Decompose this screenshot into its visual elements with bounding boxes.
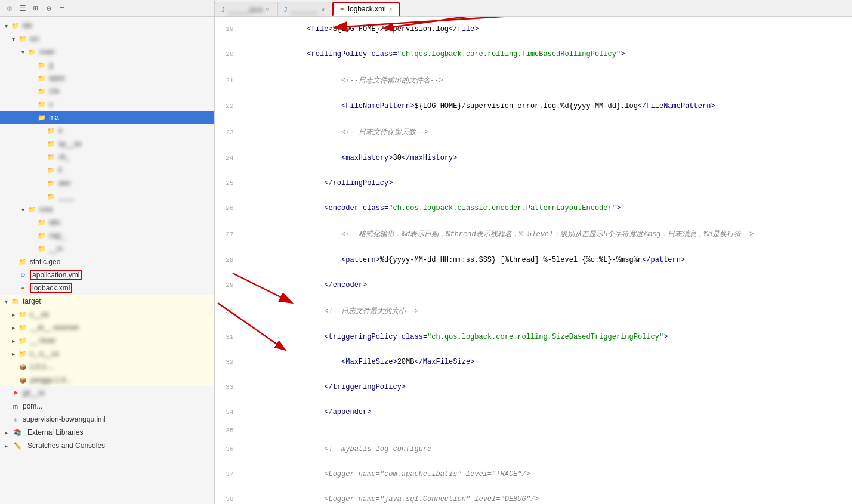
tree-item-src[interactable]: ▾ 📁 src: [0, 32, 214, 45]
tree-item-nap[interactable]: ▸ 📁 nap_: [0, 229, 214, 242]
sidebar-item-scratches[interactable]: ▸ ✏️ Scratches and Consoles: [0, 439, 214, 452]
sidebar-toolbar: ⚙ ☰ ⊞ ⚙ −: [0, 0, 214, 17]
tree-label: main: [39, 48, 55, 56]
tree-item-blurred[interactable]: ▸ 📁 ____: [0, 190, 214, 203]
tree-label: v: [49, 100, 53, 109]
tree-item-ces[interactable]: ▸ 📁 c__es: [0, 308, 214, 321]
settings-icon[interactable]: ⚙: [44, 4, 54, 13]
tab-java1[interactable]: J _____.java ×: [215, 2, 276, 16]
tree-item-ide[interactable]: ▾ 📁 ide: [0, 19, 214, 32]
folder-icon: 📁: [47, 165, 56, 175]
folder-icon: 📁: [11, 21, 20, 30]
table-row: 29 </encoder>: [215, 273, 852, 298]
tree-item-spase[interactable]: ▸ 📁 sp__se: [0, 137, 214, 150]
gear-icon[interactable]: ⚙: [5, 4, 14, 13]
folder-icon: 📁: [18, 349, 27, 358]
code-editor[interactable]: 19 <file>${LOG_HOME}/supervision.log</fi…: [215, 17, 852, 504]
folder-icon: 📁: [47, 139, 56, 149]
tab-label: logback.xml: [348, 5, 385, 13]
line-content: </encoder>: [251, 273, 852, 298]
tree-item-ckm[interactable]: ▸ 📁 ck_: [0, 150, 214, 163]
tree-item-il[interactable]: ▸ 📁 il: [0, 163, 214, 177]
expand-arrow: ▸: [10, 324, 17, 331]
tree-item-atis[interactable]: ▸ 📁 atis: [0, 216, 214, 229]
line-content: <Logger name="com.apache.ibatis" level="…: [251, 462, 852, 487]
tree-item-main[interactable]: ▾ 📁 main: [0, 45, 214, 58]
table-row: 21 <!--日志文件输出的文件名-->: [215, 67, 852, 94]
tab-close-button[interactable]: ×: [321, 6, 325, 13]
tree-item-application-yml[interactable]: ▸ ⚙ application.yml: [0, 268, 214, 282]
tree-item-e[interactable]: ▸ 📁 e: [0, 124, 214, 137]
line-content: <FileNamePattern>${LOG_HOME}/supervision…: [251, 94, 852, 119]
folder-icon: 📁: [37, 100, 47, 109]
tab-label: _____.java: [228, 5, 263, 14]
line-number: 36: [215, 437, 239, 462]
line-content: <!--mybatis log configure: [251, 437, 852, 462]
table-row: 19 <file>${LOG_HOME}/supervision.log</fi…: [215, 17, 852, 42]
line-number: 35: [215, 425, 239, 437]
tree-item-xle[interactable]: ▸ 📁 x'le: [0, 85, 214, 98]
tree-item-gitignore[interactable]: ▸ ⚑ git__re: [0, 386, 214, 400]
expand-arrow: ▾: [2, 298, 10, 305]
line-gutter: [239, 350, 251, 375]
expand-arrow: ▸: [2, 442, 10, 449]
tree-item-logback-xml[interactable]: ▸ ✦ logback.xml: [0, 282, 214, 295]
folder-icon: 📁: [11, 296, 20, 306]
tree-item-version-jar[interactable]: ▸ 📦 1.0.1-...: [0, 360, 214, 373]
folder-icon: 📁: [37, 86, 47, 96]
line-content: <!--日志文件输出的文件名-->: [251, 67, 852, 94]
table-row: 23 <!--日志文件保留天数-->: [215, 119, 852, 146]
tab-close-button[interactable]: ×: [266, 6, 269, 13]
folder-icon: 📁: [37, 218, 47, 227]
tree-item-pom[interactable]: ▸ m pom...: [0, 400, 214, 413]
expand-arrow: ▸: [2, 429, 10, 436]
line-number: 20: [215, 42, 239, 67]
columns-icon[interactable]: ⊞: [31, 4, 41, 13]
line-gutter: [239, 248, 251, 273]
tree-item-m[interactable]: ▸ 📁 __m: [0, 242, 214, 255]
tree-item-hiver[interactable]: ▸ 📁 __-hiver: [0, 334, 214, 347]
tree-item-target[interactable]: ▾ 📁 target: [0, 295, 214, 308]
table-row: 30 <!--日志文件最大的大小-->: [215, 298, 852, 324]
tree-item-g[interactable]: ▸ 📁 g: [0, 58, 214, 72]
tree-item-yanggu-jar[interactable]: ▸ 📦 yanggu-1.0...: [0, 373, 214, 386]
sidebar-item-external-libraries[interactable]: ▸ 📚 External Libraries: [0, 426, 214, 439]
tree-item-static-geo[interactable]: ▸ 📁 static.geo: [0, 255, 214, 268]
tree-label: ck_: [58, 153, 70, 161]
line-number: 29: [215, 273, 239, 298]
tree-item-el-sources[interactable]: ▸ 📁 __el__-sources: [0, 321, 214, 334]
tree-item-v[interactable]: ▸ 📁 v: [0, 98, 214, 111]
tab-label: _______: [290, 5, 318, 14]
tree-label: ____: [58, 192, 75, 200]
line-number: 26: [215, 196, 239, 221]
tab-logback-xml[interactable]: ✦ logback.xml ×: [332, 2, 400, 16]
jar-icon: 📦: [18, 375, 27, 385]
line-gutter: [239, 437, 251, 462]
tree-label: target: [23, 297, 41, 305]
line-number: 21: [215, 67, 239, 94]
editor-tabs: J _____.java × J _______ × ✦ logback.xml…: [215, 0, 852, 17]
git-icon: ⚑: [11, 388, 20, 398]
line-gutter: [239, 324, 251, 350]
folder-icon: 📁: [37, 73, 47, 83]
tree-item-sus[interactable]: ▸ 📁 v_-s__us: [0, 347, 214, 360]
tab-close-button[interactable]: ×: [389, 5, 393, 13]
tree-item-supervision-iml[interactable]: ▸ ◈ supervision-bowangqu.iml: [0, 413, 214, 426]
line-number: 33: [215, 375, 239, 400]
table-row: 25 </rollingPolicy>: [215, 171, 852, 196]
line-content: <maxHistory>30</maxHistory>: [251, 146, 852, 171]
tree-item-ma[interactable]: ▸ 📁 ma: [0, 111, 214, 124]
folder-icon: 📁: [47, 178, 56, 188]
expand-arrow: ▸: [10, 350, 17, 357]
tree-item-ater[interactable]: ▸ 📁 ater: [0, 177, 214, 190]
tab-java2[interactable]: J _______ ×: [277, 2, 332, 16]
list-icon[interactable]: ☰: [18, 4, 27, 13]
tree-item-eptor[interactable]: ▸ 📁 eptor: [0, 72, 214, 85]
tree-item-rces[interactable]: ▾ 📁 rces: [0, 203, 214, 216]
line-content: <rollingPolicy class="ch.qos.logback.cor…: [251, 42, 852, 67]
minus-icon[interactable]: −: [57, 4, 67, 13]
table-row: 37 <Logger name="com.apache.ibatis" leve…: [215, 462, 852, 487]
tree-label: e: [58, 126, 63, 135]
table-row: 22 <FileNamePattern>${LOG_HOME}/supervis…: [215, 94, 852, 119]
table-row: 20 <rollingPolicy class="ch.qos.logback.…: [215, 42, 852, 67]
